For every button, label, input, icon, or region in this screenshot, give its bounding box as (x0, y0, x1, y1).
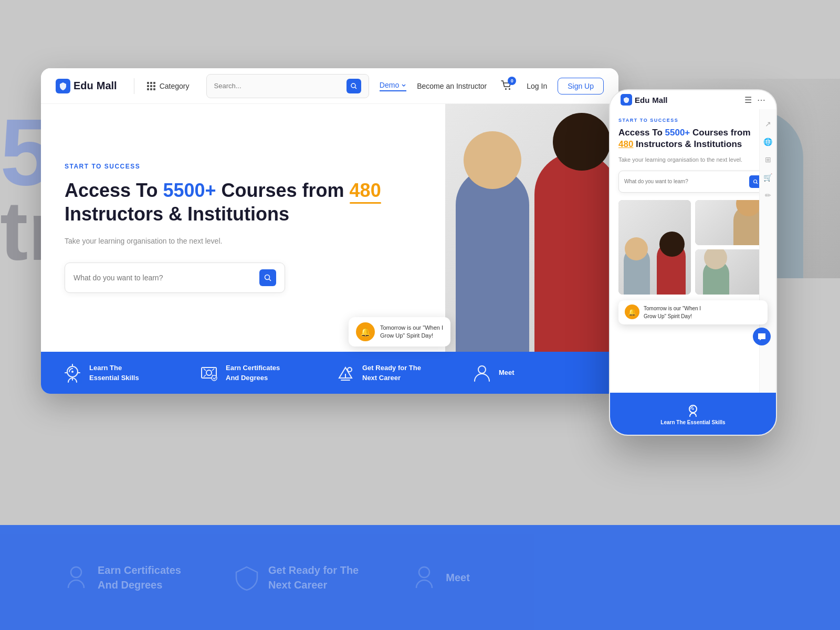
phone-logo-icon (621, 94, 632, 106)
logo-mall: Mall (97, 80, 117, 92)
svg-point-2 (351, 83, 355, 88)
bottom-label-career: Get Ready for TheNext Career (362, 363, 421, 383)
hero-courses-count: 5500+ (163, 180, 216, 201)
phone-img-3 (695, 249, 768, 295)
svg-point-4 (505, 88, 507, 90)
phone-img-people-1 (618, 200, 691, 295)
people-illustration (445, 104, 618, 352)
phone-hero-sub: Take your learning organisation to the n… (618, 155, 768, 164)
navbar: EduMall Category Demo (41, 68, 618, 104)
svg-line-3 (355, 87, 356, 89)
phone-img-people-2 (695, 200, 768, 245)
bg-item-earn: Earn CertificatesAnd Degrees (98, 563, 181, 592)
phone-bottom-label: Learn The Essential Skills (660, 419, 725, 425)
phone-logo-bar: EduMall (621, 94, 668, 106)
hero-image (419, 104, 618, 352)
bottom-item-career: Get Ready for TheNext Career (330, 362, 466, 383)
hero-instructors-count: 480 (350, 178, 381, 202)
logo: EduMall (56, 79, 117, 93)
svg-point-18 (692, 408, 694, 410)
hero-title: Access To 5500+ Courses from 480 Instruc… (65, 178, 395, 226)
bg-bottom-bar: Earn CertificatesAnd Degrees Get Ready f… (0, 525, 840, 630)
phone-sidebar-icon-3: ⊞ (765, 155, 771, 164)
phone-search-bar[interactable] (618, 171, 768, 193)
phone-bottom-bar: Learn The Essential Skills (610, 393, 776, 435)
svg-point-13 (348, 368, 352, 372)
phone-statusbar: EduMall ☰ ⋯ (610, 90, 776, 109)
svg-point-6 (265, 275, 270, 280)
svg-point-0 (71, 567, 81, 578)
hero-section: START TO SUCCESS Access To 5500+ Courses… (41, 104, 618, 352)
hero-image-box (445, 104, 618, 352)
phone-sidebar-icon-5: ✏ (765, 191, 771, 200)
svg-point-11 (206, 370, 212, 375)
logo-edu: Edu (74, 80, 93, 92)
phone-hero: START TO SUCCESS Access To 5500+ Courses… (610, 109, 776, 308)
bottom-item-meet: Meet (466, 362, 603, 383)
bottom-item-learn: Learn TheEssential Skills (57, 362, 193, 383)
hero-search-button[interactable] (259, 269, 276, 286)
svg-point-15 (754, 180, 757, 183)
phone-content-area: START TO SUCCESS Access To 5500+ Courses… (610, 109, 776, 393)
phone-topbar-icons: ☰ ⋯ (744, 95, 765, 105)
phone-sidebar-icon-4: 🛒 (763, 173, 772, 182)
phone-sidebar-icons: ↗ 🌐 ⊞ 🛒 ✏ (759, 109, 776, 393)
phone-logo: EduMall (621, 94, 668, 106)
svg-point-9 (71, 371, 74, 373)
bottom-item-earn: Earn CertificatesAnd Degrees (193, 362, 330, 383)
mobile-phone: EduMall ☰ ⋯ START TO SUCCESS Access To 5… (609, 89, 777, 436)
search-bar[interactable] (206, 74, 369, 98)
notification-bell-icon: 🔔 (356, 322, 375, 341)
hero-tag: START TO SUCCESS (65, 163, 395, 170)
logo-icon (56, 79, 70, 93)
bottom-label-learn: Learn TheEssential Skills (89, 363, 139, 383)
phone-more-icon[interactable]: ⋯ (757, 95, 765, 105)
bottom-label-earn: Earn CertificatesAnd Degrees (226, 363, 280, 383)
phone-notif-bell-icon: 🔔 (625, 304, 639, 319)
nav-divider (134, 78, 134, 94)
phone-notification: 🔔 Tomorrow is our "When IGrow Up" Spirit… (618, 300, 768, 324)
phone-images-grid (618, 200, 768, 295)
notification-text: Tomorrow is our "When IGrow Up" Spirit D… (380, 324, 443, 340)
hero-left: START TO SUCCESS Access To 5500+ Courses… (41, 104, 419, 352)
hero-search-input[interactable] (74, 274, 259, 282)
svg-point-1 (419, 567, 429, 578)
bg-item-career: Get Ready for TheNext Career (268, 563, 359, 592)
nav-demo-link[interactable]: Demo (380, 81, 406, 91)
bg-item-meet: Meet (446, 570, 470, 585)
phone-main: START TO SUCCESS Access To 5500+ Courses… (610, 109, 776, 393)
phone-img-people-3 (695, 249, 768, 295)
phone-hero-title: Access To 5500+ Courses from 480 Instruc… (618, 127, 768, 150)
phone-sidebar-icon-2: 🌐 (763, 138, 772, 146)
phone-bottom-brain-icon (686, 402, 700, 418)
bottom-label-meet: Meet (499, 368, 514, 378)
cart-badge: 0 (508, 77, 516, 85)
search-input[interactable] (214, 82, 346, 90)
category-label: Category (160, 82, 190, 90)
category-menu[interactable]: Category (147, 82, 190, 90)
svg-line-7 (269, 279, 271, 281)
phone-search-input[interactable] (624, 178, 749, 184)
svg-line-16 (757, 183, 758, 184)
desktop-window: EduMall Category Demo (41, 68, 618, 394)
svg-point-14 (478, 366, 486, 373)
nav-instructor-link[interactable]: Become an Instructor (417, 82, 487, 90)
svg-point-5 (509, 88, 510, 90)
hero-search-bar[interactable] (65, 262, 285, 293)
svg-point-12 (212, 375, 217, 381)
phone-sidebar-icon-1: ↗ (765, 120, 771, 128)
nav-links: Demo Become an Instructor 0 Log In Sign … (380, 77, 604, 96)
phone-img-2 (695, 200, 768, 245)
phone-menu-icon[interactable]: ☰ (744, 95, 752, 105)
phone-img-1 (618, 200, 691, 295)
desktop-bottom-bar: Learn TheEssential Skills Earn Certifica… (41, 352, 618, 394)
notification-bubble: 🔔 Tomorrow is our "When IGrow Up" Spirit… (349, 317, 450, 346)
hero-subtitle: Take your learning organisation to the n… (65, 235, 395, 247)
phone-chat-button[interactable] (753, 328, 771, 345)
phone-notif-text: Tomorrow is our "When IGrow Up" Spirit D… (644, 304, 701, 320)
cart-button[interactable]: 0 (497, 77, 516, 96)
search-button[interactable] (346, 79, 361, 93)
login-button[interactable]: Log In (527, 82, 547, 90)
phone-hero-tag: START TO SUCCESS (618, 118, 768, 123)
signup-button[interactable]: Sign Up (558, 78, 604, 94)
